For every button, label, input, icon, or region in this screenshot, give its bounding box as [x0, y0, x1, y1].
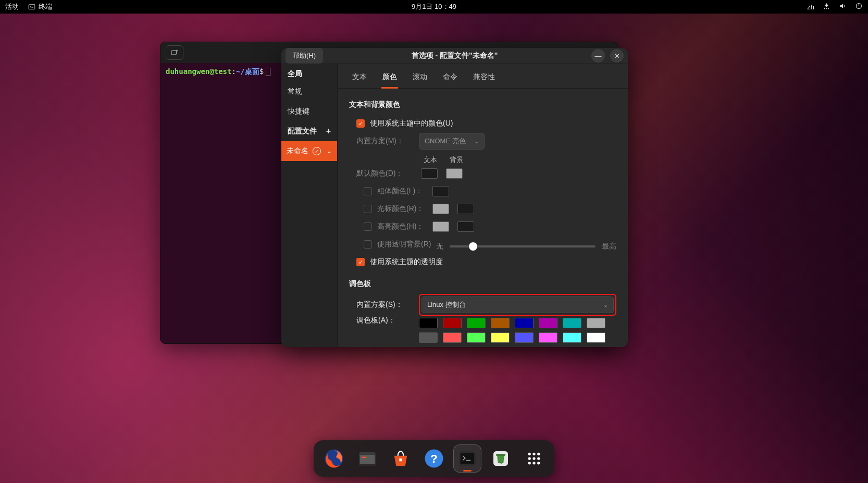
cursor-text-swatch[interactable]: [432, 204, 449, 214]
use-theme-colors-label: 使用系统主题中的颜色(U): [370, 119, 453, 128]
sidebar-profiles-header: 配置文件 +: [281, 121, 337, 141]
palette-swatch-0-3[interactable]: [491, 318, 510, 328]
prefs-content: 文本 颜色 滚动 命令 兼容性 文本和背景颜色 ✓ 使用系统主题中的颜色(U) …: [338, 64, 628, 347]
palette-swatch-1-1[interactable]: [443, 332, 462, 343]
sidebar-item-general[interactable]: 常规: [281, 82, 337, 102]
power-icon[interactable]: [855, 2, 863, 11]
palette-swatch-0-1[interactable]: [443, 318, 462, 328]
bold-text-swatch[interactable]: [432, 186, 449, 196]
dock-software[interactable]: [387, 444, 415, 473]
palette-swatch-0-6[interactable]: [563, 318, 581, 328]
volume-icon[interactable]: [839, 2, 847, 11]
tab-command[interactable]: 命令: [442, 69, 458, 88]
col-header-text: 文本: [422, 155, 439, 165]
highlight-bg-swatch[interactable]: [457, 221, 474, 232]
tab-colors[interactable]: 颜色: [381, 69, 398, 89]
minimize-button[interactable]: ―: [591, 49, 605, 63]
app-indicator[interactable]: 终端: [28, 2, 52, 11]
builtin-scheme-select[interactable]: GNOME 亮色 ⌄: [419, 133, 485, 150]
slider-thumb[interactable]: [469, 242, 477, 251]
palette-swatch-1-2[interactable]: [467, 332, 486, 343]
text-bg-section-header: 文本和背景颜色: [349, 100, 616, 109]
input-method-indicator[interactable]: zh: [807, 3, 814, 11]
top-bar: 活动 终端 9月1日 10：49 zh: [0, 0, 868, 14]
activities-button[interactable]: 活动: [5, 2, 19, 11]
prompt-sep: :: [231, 67, 235, 76]
help-icon: ?: [423, 448, 445, 469]
cursor-color-checkbox[interactable]: [364, 205, 372, 213]
dock-apps[interactable]: [520, 444, 548, 473]
svg-rect-16: [461, 453, 474, 464]
svg-rect-12: [399, 459, 402, 461]
prompt-user: duhuangwen@test: [166, 67, 231, 76]
sidebar-item-shortcuts[interactable]: 快捷键: [281, 102, 337, 121]
svg-rect-10: [362, 457, 367, 459]
palette-swatch-0-2[interactable]: [467, 318, 486, 328]
add-profile-button[interactable]: +: [326, 127, 331, 136]
svg-point-23: [532, 457, 535, 460]
palette-swatch-1-3[interactable]: [491, 332, 510, 343]
tab-scrolling[interactable]: 滚动: [412, 69, 428, 88]
palette-swatch-0-5[interactable]: [539, 318, 557, 328]
palette-scheme-select[interactable]: Linux 控制台 ⌄: [421, 296, 614, 313]
default-text-swatch[interactable]: [421, 168, 438, 179]
dock-running-indicator: [463, 470, 472, 472]
palette-swatch-1-4[interactable]: [515, 332, 534, 343]
highlight-text-swatch[interactable]: [432, 221, 449, 232]
palette-label: 调色板(A)：: [356, 316, 414, 325]
cursor-bg-swatch[interactable]: [457, 204, 474, 214]
svg-rect-9: [360, 455, 375, 465]
slider-max-label: 最高: [602, 242, 616, 251]
tab-text[interactable]: 文本: [351, 69, 368, 88]
sidebar-profile-unnamed[interactable]: 未命名 ✓ ⌄: [281, 141, 337, 161]
palette-swatch-0-0[interactable]: [419, 318, 438, 328]
tab-compat[interactable]: 兼容性: [472, 69, 496, 88]
palette-swatch-1-5[interactable]: [539, 332, 557, 343]
help-button[interactable]: 帮助(H): [286, 48, 323, 64]
bold-color-label: 粗体颜色(L)：: [377, 187, 427, 196]
prefs-title: 首选项 - 配置文件"未命名": [412, 51, 498, 60]
dock-help[interactable]: ?: [420, 444, 448, 473]
dock-trash[interactable]: [487, 444, 515, 473]
palette-swatch-1-7[interactable]: [587, 332, 605, 343]
close-button[interactable]: ✕: [610, 49, 624, 63]
svg-point-21: [537, 453, 540, 455]
clock[interactable]: 9月1日 10：49: [412, 2, 456, 11]
svg-rect-11: [359, 464, 376, 466]
use-theme-transparency-checkbox[interactable]: ✓: [356, 258, 365, 266]
palette-swatch-1-0[interactable]: [419, 332, 438, 343]
use-theme-colors-checkbox[interactable]: ✓: [356, 119, 365, 128]
profile-chevron-icon: ⌄: [327, 147, 332, 155]
preferences-dialog: 帮助(H) 首选项 - 配置文件"未命名" ― ✕ 全局 常规 快捷键 配置文件…: [281, 48, 628, 347]
svg-point-26: [532, 462, 535, 464]
svg-point-24: [537, 457, 540, 460]
prompt-dollar: $: [259, 67, 264, 76]
dock: ?: [314, 440, 554, 477]
prefs-tabs: 文本 颜色 滚动 命令 兼容性: [338, 64, 628, 89]
app-indicator-label: 终端: [39, 2, 52, 11]
dock-files[interactable]: [353, 444, 381, 473]
palette-swatch-0-7[interactable]: [587, 318, 605, 328]
files-icon: [356, 448, 378, 469]
col-header-bg: 背景: [448, 155, 465, 165]
svg-point-19: [528, 453, 531, 455]
software-icon: [390, 448, 412, 469]
transparency-slider[interactable]: [450, 245, 596, 247]
slider-min-label: 无: [436, 242, 443, 251]
highlight-color-checkbox[interactable]: [364, 222, 372, 231]
terminal-cursor: [266, 68, 270, 76]
palette-swatch-1-6[interactable]: [563, 332, 581, 343]
bold-color-checkbox[interactable]: [364, 187, 372, 195]
palette-swatch-0-4[interactable]: [515, 318, 534, 328]
firefox-icon: [323, 448, 345, 469]
chevron-down-icon: ⌄: [474, 138, 479, 145]
network-icon[interactable]: [823, 2, 830, 11]
dock-firefox[interactable]: [320, 444, 348, 473]
transparent-bg-checkbox[interactable]: [364, 240, 372, 249]
default-color-label: 默认颜色(D)：: [356, 169, 414, 178]
new-tab-button[interactable]: [166, 45, 183, 60]
palette-scheme-label: 内置方案(S)：: [356, 300, 414, 309]
dock-terminal[interactable]: [453, 444, 481, 473]
sidebar-profiles-label: 配置文件: [288, 127, 317, 136]
default-bg-swatch[interactable]: [446, 168, 463, 179]
